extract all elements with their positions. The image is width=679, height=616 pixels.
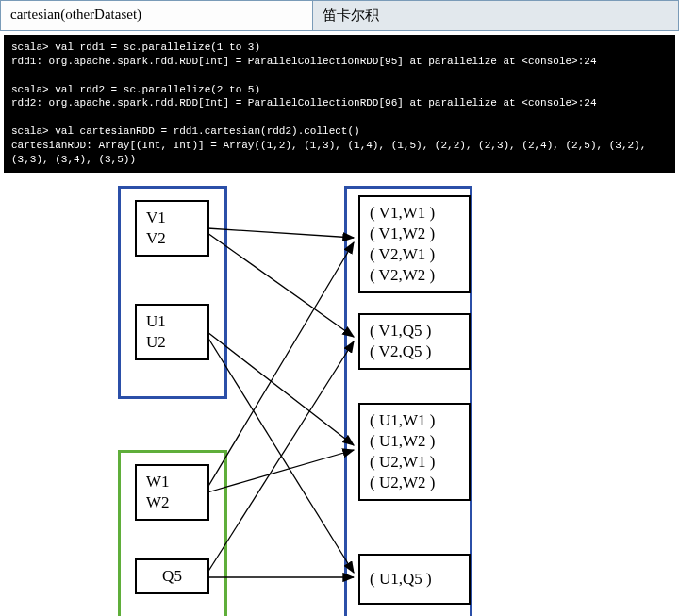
result-partition-4: ( U1,Q5 ) [358,554,471,605]
rdd1-partition-2: U1 U2 [135,304,209,360]
method-signature: cartesian(otherDataset) [1,1,313,30]
rdd2-partition-2: Q5 [135,558,209,594]
method-description: 笛卡尔积 [313,1,678,30]
svg-line-1 [207,233,354,337]
result-partition-2: ( V1,Q5 ) ( V2,Q5 ) [358,313,471,370]
header-row: cartesian(otherDataset) 笛卡尔积 [0,0,679,31]
diagram-area: V1 V2 U1 U2 W1 W2 Q5 ( V1,W1 ) ( V1,W2 )… [0,176,679,616]
svg-line-3 [207,337,354,573]
rdd2-partition-1: W1 W2 [135,464,209,521]
result-partition-1: ( V1,W1 ) ( V1,W2 ) ( V2,W1 ) ( V2,W2 ) [358,195,471,293]
rdd1-partition-1: V1 V2 [135,200,209,257]
svg-line-5 [207,450,354,492]
svg-line-6 [207,341,354,573]
svg-line-4 [207,242,354,488]
svg-line-2 [207,332,354,445]
result-partition-3: ( U1,W1 ) ( U1,W2 ) ( U2,W1 ) ( U2,W2 ) [358,403,471,501]
svg-line-0 [207,228,354,238]
terminal-output: scala> val rdd1 = sc.parallelize(1 to 3)… [4,35,675,173]
